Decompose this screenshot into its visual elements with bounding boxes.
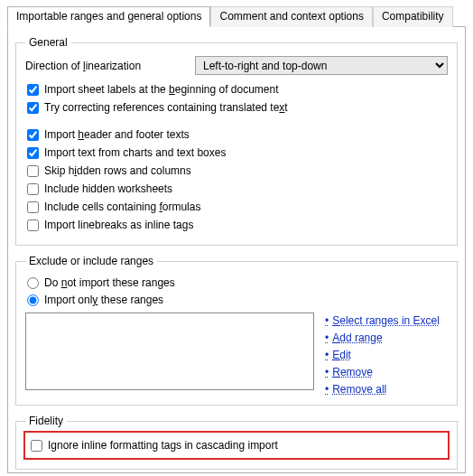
tab-comment-context[interactable]: Comment and context options <box>210 6 372 27</box>
checkbox-ignore-inline-tags[interactable] <box>31 440 42 452</box>
tab-bar: Importable ranges and general options Co… <box>7 5 466 27</box>
checkbox-skip-hidden-rows-label: Skip hidden rows and columns <box>44 163 191 178</box>
range-actions: •Select ranges in Excel •Add range •Edit… <box>325 313 440 396</box>
link-select-ranges[interactable]: •Select ranges in Excel <box>325 314 440 327</box>
ranges-textarea[interactable] <box>25 313 314 390</box>
exclude-legend: Exclude or include ranges <box>25 255 157 267</box>
link-remove-all[interactable]: •Remove all <box>325 383 440 396</box>
general-group: General Direction of linearization Left-… <box>15 36 458 246</box>
checkbox-linebreaks-label: Import linebreaks as inline tags <box>44 218 193 232</box>
checkbox-formulas[interactable] <box>27 201 39 213</box>
checkbox-charts-textboxes[interactable] <box>27 147 39 159</box>
tab-panel: General Direction of linearization Left-… <box>7 27 466 473</box>
checkbox-charts-textboxes-label: Import text from charts and text boxes <box>44 145 226 160</box>
exclude-group: Exclude or include ranges Do not import … <box>15 255 458 406</box>
radio-not-import[interactable] <box>27 277 39 289</box>
options-window: Importable ranges and general options Co… <box>0 0 473 476</box>
tab-importable-ranges[interactable]: Importable ranges and general options <box>7 6 210 27</box>
link-remove-range[interactable]: •Remove <box>325 366 440 378</box>
checkbox-sheet-labels-label: Import sheet labels at the beginning of … <box>44 82 279 97</box>
tab-compatibility[interactable]: Compatibility <box>373 6 453 27</box>
fidelity-legend: Fidelity <box>25 415 67 427</box>
checkbox-ignore-inline-tags-label: Ignore inline formatting tags in cascadi… <box>48 438 278 453</box>
checkbox-hidden-worksheets-label: Include hidden worksheets <box>44 182 172 196</box>
checkbox-linebreaks[interactable] <box>27 219 39 231</box>
checkbox-skip-hidden-rows[interactable] <box>27 165 39 177</box>
checkbox-correct-refs[interactable] <box>27 102 39 114</box>
radio-not-import-label: Do not import these ranges <box>44 275 175 290</box>
general-legend: General <box>25 36 71 49</box>
fidelity-highlight-box: Ignore inline formatting tags in cascadi… <box>23 431 450 460</box>
radio-only-import[interactable] <box>27 294 39 306</box>
checkbox-formulas-label: Include cells containing formulas <box>44 200 200 214</box>
direction-select[interactable]: Left-to-right and top-down <box>195 56 448 75</box>
radio-only-import-label: Import only these ranges <box>44 293 163 307</box>
checkbox-header-footer-label: Import header and footer texts <box>44 127 190 142</box>
direction-label: Direction of linearization <box>25 60 195 72</box>
link-add-range[interactable]: •Add range <box>325 331 440 344</box>
link-edit-range[interactable]: •Edit <box>325 349 440 361</box>
checkbox-sheet-labels[interactable] <box>27 84 39 96</box>
checkbox-hidden-worksheets[interactable] <box>27 183 39 195</box>
checkbox-correct-refs-label: Try correcting references containing tra… <box>44 100 288 115</box>
fidelity-group: Fidelity Ignore inline formatting tags i… <box>15 415 458 470</box>
checkbox-header-footer[interactable] <box>27 129 39 141</box>
